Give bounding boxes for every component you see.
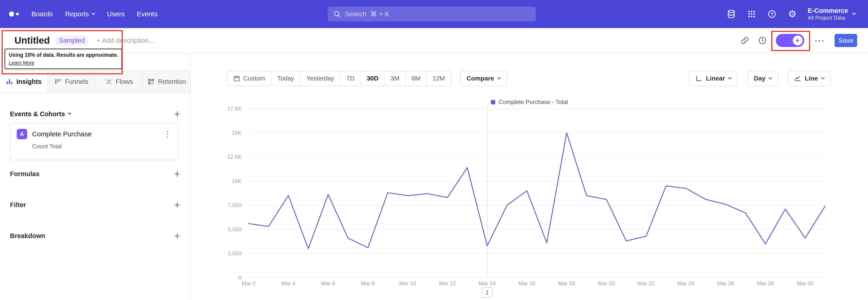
events-cohorts-header: Events & Cohorts +	[10, 108, 180, 120]
formulas-section: Formulas +	[10, 168, 180, 180]
insights-bars-icon	[6, 78, 13, 86]
chevron-down-icon	[68, 112, 71, 115]
apps-grid-icon[interactable]	[747, 9, 756, 19]
report-header: Untitled Sampled + Add description... ⋯ …	[0, 28, 868, 53]
project-subtitle: All Project Data	[808, 15, 848, 21]
x-tick-label: Mar 26	[717, 280, 734, 287]
y-tick-label: 5,000	[228, 226, 241, 232]
annotation-marker-label: 1	[486, 289, 489, 296]
x-tick-label: Mar 2	[242, 280, 255, 287]
add-breakdown-button[interactable]: +	[174, 231, 180, 241]
chevron-down-icon	[852, 11, 856, 15]
learn-more-link[interactable]: Learn More	[9, 60, 34, 66]
tab-insights[interactable]: Insights	[0, 71, 48, 92]
logo-dot-small	[16, 13, 19, 16]
nav-reports-label: Reports	[65, 10, 89, 18]
save-button[interactable]: Save	[835, 34, 857, 47]
event-name[interactable]: Complete Purchase	[32, 130, 92, 138]
help-icon[interactable]: ?	[767, 9, 777, 19]
chevron-down-icon	[92, 11, 95, 15]
tab-flows[interactable]: Flows	[95, 71, 143, 92]
add-description[interactable]: + Add description...	[96, 37, 154, 44]
search-icon	[333, 10, 341, 18]
query-time-icon[interactable]	[758, 36, 767, 45]
breakdown-label: Breakdown	[10, 232, 45, 240]
logo-dot-large	[9, 11, 14, 17]
insights-line-chart: 02,5005,0007,50010K12.5K15K17.5K1Mar 2Ma…	[191, 53, 868, 300]
add-formula-button[interactable]: +	[174, 169, 180, 179]
y-tick-label: 7,500	[228, 202, 241, 208]
search-bar[interactable]	[328, 6, 536, 22]
sampled-badge[interactable]: Sampled	[56, 35, 88, 46]
add-filter-button[interactable]: +	[174, 200, 180, 210]
sampling-tooltip: Using 10% of data. Results are approxima…	[4, 49, 122, 69]
more-menu-icon[interactable]: ⋯	[813, 38, 826, 43]
x-tick-label: Mar 28	[757, 280, 774, 287]
tab-funnels-label: Funnels	[65, 78, 88, 86]
x-tick-label: Mar 12	[439, 280, 456, 287]
x-tick-label: Mar 20	[598, 280, 615, 287]
nav-boards[interactable]: Boards	[31, 10, 53, 18]
x-tick-label: Mar 22	[638, 280, 655, 287]
filter-label: Filter	[10, 201, 26, 209]
x-tick-label: Mar 30	[797, 280, 814, 287]
y-tick-label: 10K	[232, 178, 241, 184]
y-tick-label: 17.5K	[227, 106, 241, 112]
primary-nav: Boards Reports Users Events	[31, 10, 158, 18]
top-nav: Boards Reports Users Events	[0, 0, 868, 28]
x-tick-label: Mar 24	[677, 280, 694, 287]
flows-icon	[105, 78, 113, 86]
mixpanel-logo[interactable]	[9, 11, 19, 17]
tab-flows-label: Flows	[116, 78, 133, 86]
x-tick-label: Mar 10	[399, 280, 416, 287]
copy-link-icon[interactable]	[741, 36, 749, 45]
nav-boards-label: Boards	[31, 10, 53, 18]
nav-users-label: Users	[107, 10, 125, 18]
x-tick-label: Mar 8	[361, 280, 375, 287]
y-tick-label: 12.5K	[227, 154, 241, 160]
x-tick-label: Mar 4	[281, 280, 295, 287]
x-tick-label: Mar 14	[479, 280, 496, 287]
nav-events-label: Events	[137, 10, 158, 18]
data-management-icon[interactable]	[726, 9, 736, 19]
chart-line	[249, 133, 825, 249]
tab-retention-label: Retention	[158, 78, 186, 86]
query-builder-sidebar: Insights Funnels Flows	[0, 53, 191, 300]
nav-events[interactable]: Events	[137, 10, 158, 18]
report-type-tabs: Insights Funnels Flows	[0, 70, 190, 93]
events-cohorts-toggle[interactable]: Events & Cohorts	[10, 110, 71, 118]
x-tick-label: Mar 6	[321, 280, 335, 287]
project-selector[interactable]: E-Commerce All Project Data	[808, 7, 855, 21]
tab-funnels[interactable]: Funnels	[48, 71, 95, 92]
formulas-label: Formulas	[10, 170, 39, 178]
funnel-bars-icon	[54, 78, 62, 86]
event-metric[interactable]: Count Total	[32, 143, 172, 150]
y-tick-label: 15K	[232, 130, 241, 136]
lightning-bolt-icon	[795, 37, 801, 43]
y-tick-label: 2,500	[228, 250, 241, 257]
breakdown-section: Breakdown +	[10, 230, 180, 242]
x-tick-label: Mar 18	[558, 280, 575, 287]
filter-section: Filter +	[10, 199, 180, 211]
tab-retention[interactable]: Retention	[143, 71, 190, 92]
sampling-toggle-knob	[793, 35, 803, 46]
nav-users[interactable]: Users	[107, 10, 125, 18]
event-card[interactable]: A Complete Purchase ⋮ Count Total	[10, 123, 178, 160]
chart-panel: Custom Today Yesterday 7D 30D 3M 6M 12M …	[191, 53, 868, 300]
settings-gear-icon[interactable]: ⚙	[787, 9, 797, 19]
svg-text:?: ?	[770, 11, 773, 17]
event-letter-badge: A	[17, 129, 27, 139]
event-options-icon[interactable]: ⋮	[163, 129, 172, 139]
retention-grid-icon	[147, 78, 155, 86]
add-event-button[interactable]: +	[174, 109, 180, 119]
nav-reports[interactable]: Reports	[65, 10, 95, 18]
sampling-toggle[interactable]	[776, 34, 804, 47]
project-name: E-Commerce	[808, 7, 848, 15]
x-tick-label: Mar 16	[519, 280, 535, 287]
sampling-tooltip-text: Using 10% of data. Results are approxima…	[9, 52, 118, 58]
tab-insights-label: Insights	[17, 78, 41, 86]
search-input[interactable]	[345, 10, 530, 18]
y-tick-label: 0	[239, 274, 241, 280]
report-title[interactable]: Untitled	[14, 35, 50, 46]
events-cohorts-label: Events & Cohorts	[10, 110, 65, 118]
